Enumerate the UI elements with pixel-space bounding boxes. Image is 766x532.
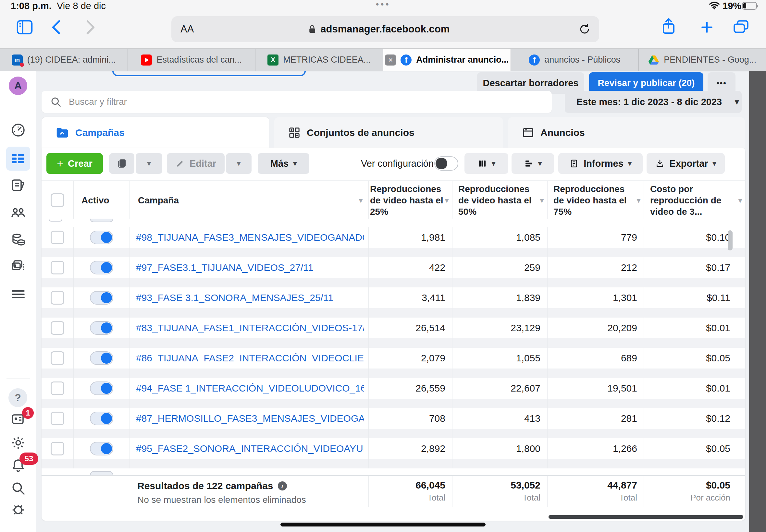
row-checkbox[interactable] (51, 231, 64, 244)
billing-coins-icon[interactable] (10, 232, 26, 248)
breakdown-button[interactable]: ▾ (512, 153, 554, 174)
campaign-active-toggle[interactable] (90, 321, 113, 335)
row-checkbox[interactable] (51, 412, 64, 425)
sort-icon[interactable]: ▾ (738, 195, 742, 206)
vertical-scrollbar[interactable] (728, 230, 733, 250)
search-filter-bar[interactable] (42, 91, 552, 113)
column-header-plays-25[interactable]: Reproducciones de video hasta el 25%▾ (368, 181, 452, 219)
menu-lines-icon[interactable] (10, 286, 26, 302)
facebook-favicon: f (529, 54, 540, 66)
row-checkbox[interactable] (51, 351, 64, 365)
tab-label: PENDIENTES - Goog... (664, 55, 756, 65)
campaign-name-link[interactable]: #87_HERMOSILLO_FASE3_MENSAJES_VIDEOGANAD… (136, 413, 364, 424)
column-header-active[interactable]: Activo (73, 181, 129, 219)
home-indicator[interactable] (280, 523, 486, 526)
row-checkbox[interactable] (51, 261, 64, 274)
browser-tab-youtube[interactable]: Estadísticas del can... (128, 49, 256, 71)
inbox-news-icon[interactable]: 1 (10, 412, 26, 427)
column-header-plays-75[interactable]: Reproducciones de video hasta el 75%▾ (547, 181, 644, 219)
date-range-selector[interactable]: Este mes: 1 dic 2023 - 8 dic 2023 ▾ (565, 91, 742, 113)
tab-ads[interactable]: Anuncios (508, 117, 745, 148)
overview-gauge-icon[interactable] (10, 122, 26, 138)
address-bar[interactable]: AA adsmanager.facebook.com (171, 16, 599, 42)
campaign-active-toggle[interactable] (90, 381, 113, 395)
plus-icon: + (57, 157, 63, 170)
bug-report-icon[interactable] (10, 501, 26, 517)
plays-75-value: 779 (547, 227, 644, 257)
campaign-active-toggle[interactable] (90, 442, 113, 455)
settings-gear-icon[interactable] (10, 435, 26, 451)
sidebar-toggle-button[interactable] (16, 19, 34, 36)
browser-tab-linkedin[interactable]: in (19) CIDEEA: admini... (0, 49, 128, 71)
text-size-button[interactable]: AA (180, 23, 194, 35)
reports-button[interactable]: Informes ▾ (558, 153, 643, 174)
sort-icon[interactable]: ▾ (637, 195, 640, 206)
row-checkbox[interactable] (51, 381, 64, 395)
share-button[interactable] (661, 18, 676, 36)
new-tab-button[interactable] (700, 20, 714, 34)
browser-tab-google-drive[interactable]: PENDIENTES - Goog... (639, 49, 766, 71)
row-checkbox[interactable] (51, 442, 64, 455)
column-header-campaign[interactable]: Campaña▾ (129, 181, 368, 219)
tab-label: anuncios - Públicos (544, 55, 620, 65)
campaign-name-link[interactable]: #93_FASE 3.1_SONORA_MENSAJES_25/11 (136, 292, 333, 303)
create-button[interactable]: + Crear (46, 153, 103, 174)
columns-button[interactable]: ▾ (465, 153, 508, 174)
notifications-bell-icon[interactable]: 53 (10, 458, 26, 473)
browser-tab-facebook-publicos[interactable]: f anuncios - Públicos (511, 49, 639, 71)
tabs-overview-button[interactable] (732, 19, 750, 35)
campaign-name-link[interactable]: #98_TIJUANA_FASE3_MENSAJES_VIDEOGANADOR_… (136, 232, 364, 243)
duplicate-caret-button[interactable]: ▾ (136, 153, 162, 174)
pages-icon[interactable] (10, 177, 26, 193)
tab-label: Estadísticas del can... (156, 55, 242, 65)
edit-caret-button[interactable]: ▾ (226, 153, 251, 174)
campaign-name-link[interactable]: #95_FASE2_SONORA_INTERACCIÓN_VIDEOAYUB_1… (136, 443, 364, 454)
browser-tab-ads-manager-active[interactable]: × f Administrar anuncio... (383, 49, 511, 71)
sort-icon[interactable]: ▾ (359, 195, 362, 206)
search-input[interactable] (68, 96, 524, 107)
campaign-name-link[interactable]: #86_TIJUANA_FASE2_INTERACCIÓN_VIDEOCLIEN… (136, 353, 364, 364)
select-all-checkbox[interactable] (51, 193, 64, 207)
edit-button[interactable]: Editar (167, 153, 225, 174)
plays-75-value: 281 (547, 408, 644, 438)
view-settings-toggle[interactable] (434, 156, 458, 171)
row-checkbox[interactable] (51, 321, 64, 335)
tab-ad-sets[interactable]: Conjuntos de anuncios (274, 117, 503, 148)
help-button[interactable]: ? (8, 388, 27, 407)
search-rail-icon[interactable] (10, 480, 26, 496)
account-avatar[interactable]: A (9, 77, 27, 95)
export-button[interactable]: Exportar ▾ (647, 153, 725, 174)
row-checkbox[interactable] (51, 291, 64, 305)
browser-tab-excel[interactable]: X METRICAS CIDEEA... (255, 49, 383, 71)
total-cost-per-action: $0.05 Por acción (644, 476, 745, 507)
reload-button[interactable] (578, 23, 591, 35)
search-icon (50, 96, 62, 108)
audiences-icon[interactable] (10, 205, 26, 220)
plays-25-value: 1,981 (368, 227, 452, 257)
forward-button[interactable] (84, 19, 97, 36)
campaign-name-link[interactable]: #97_FASE3.1_TIJUANA_VIDEOS_27/11 (136, 262, 313, 273)
campaign-active-toggle[interactable] (90, 351, 113, 365)
campaign-name-link[interactable]: #94_FASE 1_INTERACCIÓN_VIDEOLUDOVICO_16/… (136, 383, 364, 394)
campaigns-table-icon[interactable] (10, 151, 26, 166)
info-icon[interactable]: i (278, 481, 287, 490)
campaign-active-toggle[interactable] (90, 291, 113, 305)
plays-25-value: 2,892 (368, 438, 452, 468)
plays-50-value: 259 (452, 257, 547, 287)
campaign-active-toggle[interactable] (90, 261, 113, 274)
column-header-plays-50[interactable]: Reproducciones de video hasta el 50%▾ (452, 181, 547, 219)
sort-icon[interactable]: ▾ (445, 195, 449, 206)
more-toolbar-button[interactable]: Más▾ (258, 153, 309, 174)
column-header-cost-per-play[interactable]: Costo por reproducción de video de 3...▾ (644, 181, 745, 219)
duplicate-button[interactable] (109, 153, 134, 174)
ads-library-icon[interactable] (10, 259, 26, 274)
sort-icon[interactable]: ▾ (540, 195, 544, 206)
back-button[interactable] (49, 19, 63, 36)
tab-campaigns[interactable]: Campañas (42, 117, 269, 148)
close-tab-icon[interactable]: × (385, 54, 396, 66)
plays-50-value: 1,839 (452, 287, 547, 318)
horizontal-scrollbar[interactable] (549, 515, 743, 519)
campaign-active-toggle[interactable] (90, 412, 113, 425)
campaign-active-toggle[interactable] (90, 231, 113, 244)
campaign-name-link[interactable]: #83_TIJUANA_FASE1_INTERACCIÓN_VIDEOS-17/… (136, 322, 364, 333)
